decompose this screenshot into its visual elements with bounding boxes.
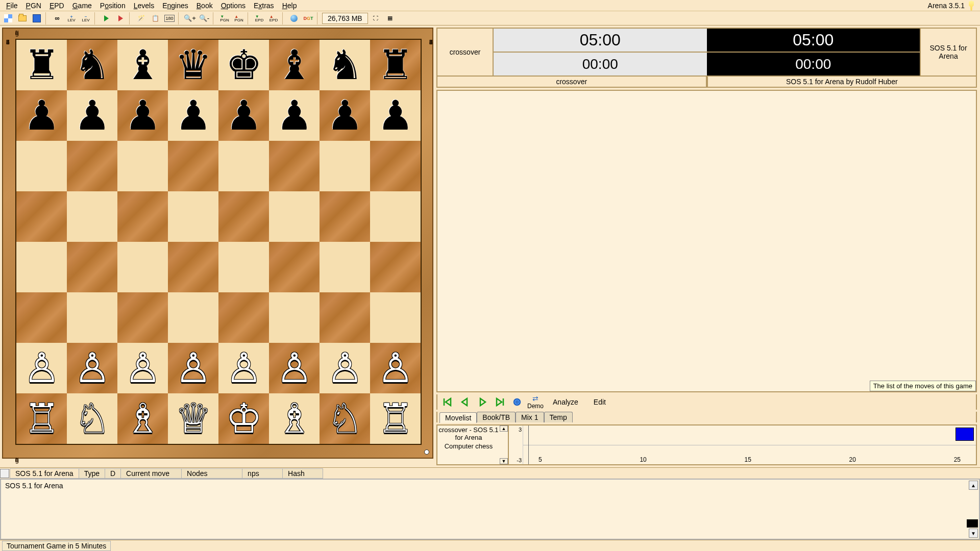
piece-bp[interactable]: ♟ — [226, 95, 262, 136]
copy-fen-button[interactable]: 📋 — [149, 12, 162, 24]
square-f7[interactable]: ♟ — [269, 90, 320, 141]
piece-wp[interactable]: ♙ — [74, 348, 111, 389]
web-button[interactable] — [287, 12, 301, 24]
square-c7[interactable]: ♟ — [117, 90, 168, 141]
menu-game[interactable]: Game — [68, 1, 96, 11]
chess-board[interactable]: a b c d e f g h a b c d e f g h — [2, 28, 433, 459]
piece-br[interactable]: ♜ — [377, 45, 414, 86]
square-h2[interactable]: ♙ — [370, 343, 421, 393]
zoom-out-button[interactable]: 🔍- — [198, 12, 211, 24]
square-f4[interactable] — [269, 242, 320, 292]
square-e1[interactable]: ♔ — [218, 393, 269, 444]
square-d5[interactable] — [168, 191, 218, 242]
menu-file[interactable]: File — [2, 1, 22, 11]
piece-wn[interactable]: ♘ — [327, 398, 363, 439]
eval-sel-item[interactable]: Computer chess — [437, 442, 500, 450]
piece-bp[interactable]: ♟ — [377, 95, 414, 136]
square-c8[interactable]: ♝ — [117, 40, 168, 90]
square-f8[interactable]: ♝ — [269, 40, 320, 90]
piece-wb[interactable]: ♗ — [276, 398, 313, 439]
square-g1[interactable]: ♘ — [320, 393, 370, 444]
square-h4[interactable] — [370, 242, 421, 292]
piece-wr[interactable]: ♖ — [377, 398, 414, 439]
square-d3[interactable] — [168, 292, 218, 343]
menu-extras[interactable]: Extras — [250, 1, 278, 11]
tab-book[interactable]: Book/TB — [477, 412, 516, 422]
epd-down-button[interactable]: ▼EPD — [253, 12, 266, 24]
pgn-down-button[interactable]: ▼PGN — [218, 12, 231, 24]
nav-next-button[interactable] — [475, 396, 489, 408]
square-a3[interactable] — [16, 292, 67, 343]
square-e7[interactable]: ♟ — [218, 90, 269, 141]
square-b5[interactable] — [67, 191, 117, 242]
analyze-button[interactable]: Analyze — [547, 398, 584, 406]
piece-wk[interactable]: ♔ — [226, 398, 262, 439]
piece-bp[interactable]: ♟ — [276, 95, 313, 136]
square-d8[interactable]: ♛ — [168, 40, 218, 90]
square-h3[interactable] — [370, 292, 421, 343]
square-d7[interactable]: ♟ — [168, 90, 218, 141]
square-c1[interactable]: ♗ — [117, 393, 168, 444]
square-f5[interactable] — [269, 191, 320, 242]
piece-bp[interactable]: ♟ — [175, 95, 212, 136]
square-e6[interactable] — [218, 141, 269, 191]
square-b4[interactable] — [67, 242, 117, 292]
square-a8[interactable]: ♜ — [16, 40, 67, 90]
piece-bk[interactable]: ♚ — [226, 45, 262, 86]
piece-bp[interactable]: ♟ — [74, 95, 111, 136]
hint-icon[interactable] — [968, 1, 975, 11]
movelist-area[interactable]: The list of the moves of this game — [436, 90, 977, 392]
square-a5[interactable] — [16, 191, 67, 242]
piece-wr[interactable]: ♖ — [23, 398, 60, 439]
zoom-in-button[interactable]: 🔍+ — [183, 12, 197, 24]
piece-bb[interactable]: ♝ — [276, 45, 313, 86]
square-g7[interactable]: ♟ — [320, 90, 370, 141]
square-g4[interactable] — [320, 242, 370, 292]
piece-wp[interactable]: ♙ — [377, 348, 414, 389]
square-f2[interactable]: ♙ — [269, 343, 320, 393]
grid-button[interactable]: ▦ — [383, 12, 397, 24]
eval-game-select[interactable]: crossover - SOS 5.1 for Arena Computer c… — [437, 425, 509, 464]
piece-bp[interactable]: ♟ — [23, 95, 60, 136]
square-e3[interactable] — [218, 292, 269, 343]
eval-sel-item[interactable]: crossover - SOS 5.1 for Arena — [437, 425, 500, 442]
piece-bp[interactable]: ♟ — [327, 95, 363, 136]
piece-wn[interactable]: ♘ — [74, 398, 111, 439]
square-d2[interactable]: ♙ — [168, 343, 218, 393]
square-b6[interactable] — [67, 141, 117, 191]
square-e2[interactable]: ♙ — [218, 343, 269, 393]
piece-wq[interactable]: ♕ — [175, 398, 212, 439]
square-g8[interactable]: ♞ — [320, 40, 370, 90]
lev-down-button[interactable]: －LEV — [79, 12, 92, 24]
settings-button[interactable] — [510, 396, 524, 408]
tab-movelist[interactable]: Movelist — [439, 412, 477, 423]
square-b2[interactable]: ♙ — [67, 343, 117, 393]
square-d6[interactable] — [168, 141, 218, 191]
square-c5[interactable] — [117, 191, 168, 242]
open-button[interactable] — [16, 12, 29, 24]
square-c2[interactable]: ♙ — [117, 343, 168, 393]
square-c4[interactable] — [117, 242, 168, 292]
piece-wb[interactable]: ♗ — [125, 398, 161, 439]
save-button[interactable] — [30, 12, 43, 24]
menu-epd[interactable]: EPD — [45, 1, 68, 11]
engine-output[interactable]: SOS 5.1 for Arena ▲ ▼ — [0, 479, 980, 540]
setup-button[interactable]: 🪄 — [134, 12, 148, 24]
play-button[interactable] — [100, 12, 113, 24]
square-f1[interactable]: ♗ — [269, 393, 320, 444]
dgt-button[interactable]: DGT — [302, 12, 315, 24]
piece-wp[interactable]: ♙ — [175, 348, 212, 389]
piece-bq[interactable]: ♛ — [175, 45, 212, 86]
square-h1[interactable]: ♖ — [370, 393, 421, 444]
square-g3[interactable] — [320, 292, 370, 343]
piece-wp[interactable]: ♙ — [327, 348, 363, 389]
square-f6[interactable] — [269, 141, 320, 191]
square-a1[interactable]: ♖ — [16, 393, 67, 444]
square-d1[interactable]: ♕ — [168, 393, 218, 444]
square-a6[interactable] — [16, 141, 67, 191]
scroll-up-button[interactable]: ▲ — [969, 481, 978, 490]
square-g2[interactable]: ♙ — [320, 343, 370, 393]
square-b8[interactable]: ♞ — [67, 40, 117, 90]
pgn-up-button[interactable]: ▲PGN — [232, 12, 246, 24]
square-e4[interactable] — [218, 242, 269, 292]
